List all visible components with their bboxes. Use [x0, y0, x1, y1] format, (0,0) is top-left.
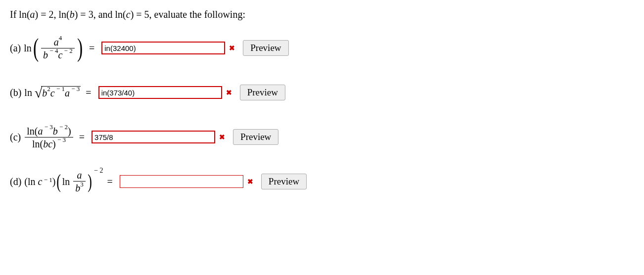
preview-button-a[interactable]: Preview [243, 40, 288, 56]
question-row-a: (a) ln a4 b − 4c − 2 = ✖ Preview [10, 33, 634, 63]
preview-button-b[interactable]: Preview [240, 85, 285, 100]
incorrect-icon: ✖ [229, 44, 235, 52]
answer-input-b[interactable] [98, 86, 222, 99]
expression-d: (d) (ln c − 1) ln a b3 − 2 = [10, 169, 120, 194]
question-prompt: If ln(a) = 2, ln(b) = 3, and ln(c) = 5, … [10, 9, 634, 20]
expression-a: (a) ln a4 b − 4c − 2 = [10, 35, 101, 61]
incorrect-icon: ✖ [247, 178, 253, 185]
expression-b: (b) ln √ b2c − 1a − 3 = [10, 86, 98, 99]
preview-button-d[interactable]: Preview [261, 174, 307, 189]
question-row-d: (d) (ln c − 1) ln a b3 − 2 = ✖ Preview [10, 167, 634, 196]
answer-input-d[interactable] [120, 175, 243, 188]
part-label-b: (b) [10, 87, 21, 98]
question-row-c: (c) ln(a − 3b − 2) ln(bc) − 3 = ✖ Previe… [10, 122, 634, 152]
part-label-a: (a) [10, 43, 21, 54]
expression-c: (c) ln(a − 3b − 2) ln(bc) − 3 = [10, 125, 92, 149]
preview-button-c[interactable]: Preview [233, 129, 278, 145]
question-row-b: (b) ln √ b2c − 1a − 3 = ✖ Preview [10, 78, 634, 107]
answer-input-c[interactable] [92, 131, 215, 143]
answer-input-a[interactable] [101, 42, 225, 54]
incorrect-icon: ✖ [226, 89, 232, 96]
incorrect-icon: ✖ [219, 133, 225, 141]
part-label-d: (d) [10, 176, 21, 187]
part-label-c: (c) [10, 132, 21, 143]
